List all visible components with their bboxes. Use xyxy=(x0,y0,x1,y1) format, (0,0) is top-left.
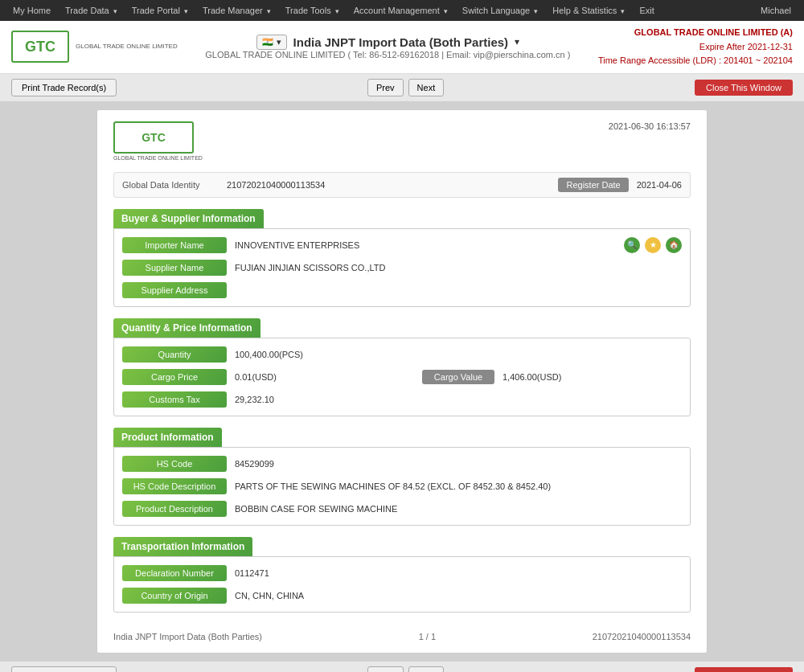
bottom-print-button[interactable]: Print Trade Record(s) xyxy=(11,666,117,672)
global-data-identity-label: Global Data Identity xyxy=(122,180,219,190)
record-footer-left: India JNPT Import Data (Both Parties) xyxy=(113,632,262,641)
hs-code-value: 84529099 xyxy=(235,459,682,469)
nav-account-management[interactable]: Account Management ▾ xyxy=(347,2,454,18)
hs-code-desc-label: HS Code Description xyxy=(122,478,227,494)
expire-label: Expire After 2021-12-31 xyxy=(598,40,793,55)
page-title: India JNPT Import Data (Both Parties) xyxy=(293,35,509,49)
country-of-origin-value: CN, CHN, CHINA xyxy=(235,591,682,600)
global-data-identity-value: 21072021040000113534 xyxy=(227,180,550,190)
nav-my-home[interactable]: My Home xyxy=(6,2,57,18)
product-desc-label: Product Description xyxy=(122,501,227,517)
print-button[interactable]: Print Trade Record(s) xyxy=(11,79,117,96)
cargo-price-value: 0.01(USD) xyxy=(235,372,414,382)
bottom-toolbar-right: Close This Window xyxy=(695,667,793,672)
logo-subtext: GLOBAL TRADE ONLINE LIMITED xyxy=(76,43,178,51)
register-date-value: 2021-04-06 xyxy=(637,180,682,190)
transportation-section: Transportation Information Declaration N… xyxy=(113,537,691,613)
importer-name-label: Importer Name xyxy=(122,237,227,253)
close-window-button[interactable]: Close This Window xyxy=(695,80,793,96)
next-button[interactable]: Next xyxy=(408,79,445,96)
buyer-supplier-body: Importer Name INNOVENTIVE ENTERPRISES 🔍 … xyxy=(113,228,691,307)
search-icon[interactable]: 🔍 xyxy=(624,237,640,253)
company-name: GLOBAL TRADE ONLINE LIMITED (A) xyxy=(598,26,793,40)
nav-items: My Home Trade Data ▾ Trade Portal ▾ Trad… xyxy=(6,2,661,18)
buyer-supplier-header: Buyer & Supplier Information xyxy=(113,209,264,228)
hs-code-label: HS Code xyxy=(122,456,227,472)
chevron-down-icon: ▾ xyxy=(277,37,281,47)
hs-code-desc-row: HS Code Description PARTS OF THE SEWING … xyxy=(122,478,682,494)
supplier-address-row: Supplier Address xyxy=(122,282,682,298)
bottom-next-button[interactable]: Next xyxy=(408,666,445,672)
record-header: GTC GLOBAL TRADE ONLINE LIMITED 2021-06-… xyxy=(113,121,691,161)
header-center: 🇮🇳 ▾ India JNPT Import Data (Both Partie… xyxy=(205,35,570,59)
nav-exit[interactable]: Exit xyxy=(633,2,660,18)
buyer-supplier-section: Buyer & Supplier Information Importer Na… xyxy=(113,209,691,307)
nav-trade-data[interactable]: Trade Data ▾ xyxy=(59,2,124,18)
record-card: GTC GLOBAL TRADE ONLINE LIMITED 2021-06-… xyxy=(96,109,708,654)
register-date-button[interactable]: Register Date xyxy=(558,178,628,192)
quantity-row: Quantity 100,400.00(PCS) xyxy=(122,346,682,363)
cargo-price-row: Cargo Price 0.01(USD) Cargo Value 1,406.… xyxy=(122,369,682,385)
quantity-price-body: Quantity 100,400.00(PCS) Cargo Price 0.0… xyxy=(113,338,691,416)
record-logo-subtext: GLOBAL TRADE ONLINE LIMITED xyxy=(113,155,203,161)
record-footer-id: 21072021040000113534 xyxy=(593,632,691,641)
importer-icons: 🔍 ★ 🏠 xyxy=(624,237,682,253)
quantity-price-section: Quantity & Price Information Quantity 10… xyxy=(113,318,691,416)
transportation-body: Declaration Number 0112471 Country of Or… xyxy=(113,556,691,613)
record-logo: GTC xyxy=(113,121,194,154)
nav-trade-portal[interactable]: Trade Portal ▾ xyxy=(125,2,195,18)
quantity-value: 100,400.00(PCS) xyxy=(235,350,682,359)
toolbar-right: Close This Window xyxy=(695,80,793,96)
record-pagination: 1 / 1 xyxy=(419,632,436,641)
top-toolbar: Print Trade Record(s) Prev Next Close Th… xyxy=(0,74,804,101)
nav-trade-manager[interactable]: Trade Manager ▾ xyxy=(196,2,277,18)
cargo-value-value: 1,406.00(USD) xyxy=(503,372,682,382)
quantity-label: Quantity xyxy=(122,346,227,363)
quantity-price-header: Quantity & Price Information xyxy=(113,318,260,338)
title-dropdown-icon[interactable]: ▾ xyxy=(515,36,519,47)
customs-tax-label: Customs Tax xyxy=(122,391,227,408)
header-bar: GTC GLOBAL TRADE ONLINE LIMITED 🇮🇳 ▾ Ind… xyxy=(0,21,804,74)
product-body: HS Code 84529099 HS Code Description PAR… xyxy=(113,447,691,526)
product-desc-row: Product Description BOBBIN CASE FOR SEWI… xyxy=(122,501,682,517)
home-icon[interactable]: 🏠 xyxy=(666,237,682,253)
supplier-name-row: Supplier Name FUJIAN JINJIAN SCISSORS CO… xyxy=(122,260,682,276)
flag-badge[interactable]: 🇮🇳 ▾ xyxy=(256,35,287,50)
importer-name-row: Importer Name INNOVENTIVE ENTERPRISES 🔍 … xyxy=(122,237,682,253)
bottom-toolbar-nav: Prev Next xyxy=(367,666,444,672)
bottom-toolbar-left: Print Trade Record(s) xyxy=(11,666,117,672)
country-of-origin-label: Country of Origin xyxy=(122,588,227,604)
nav-switch-language[interactable]: Switch Language ▾ xyxy=(456,2,544,18)
product-header: Product Information xyxy=(113,428,222,447)
nav-trade-tools[interactable]: Trade Tools ▾ xyxy=(279,2,346,18)
product-section: Product Information HS Code 84529099 HS … xyxy=(113,428,691,526)
nav-help-statistics[interactable]: Help & Statistics ▾ xyxy=(546,2,631,18)
identity-row: Global Data Identity 2107202104000011353… xyxy=(113,172,691,198)
transportation-header: Transportation Information xyxy=(113,537,252,556)
logo: GTC xyxy=(11,31,69,63)
supplier-name-label: Supplier Name xyxy=(122,260,227,276)
declaration-number-value: 0112471 xyxy=(235,568,682,578)
header-right: GLOBAL TRADE ONLINE LIMITED (A) Expire A… xyxy=(598,26,793,68)
prev-button[interactable]: Prev xyxy=(367,79,404,96)
toolbar-nav: Prev Next xyxy=(367,79,444,96)
hs-code-row: HS Code 84529099 xyxy=(122,456,682,472)
main-content: GTC GLOBAL TRADE ONLINE LIMITED 2021-06-… xyxy=(0,101,804,662)
logo-area: GTC GLOBAL TRADE ONLINE LIMITED xyxy=(11,31,178,63)
bottom-close-window-button[interactable]: Close This Window xyxy=(695,667,793,672)
star-icon[interactable]: ★ xyxy=(645,237,661,253)
nav-user: Michael xyxy=(754,2,798,18)
header-subtitle: GLOBAL TRADE ONLINE LIMITED ( Tel: 86-51… xyxy=(205,50,570,59)
bottom-toolbar: Print Trade Record(s) Prev Next Close Th… xyxy=(0,662,804,672)
top-navigation: My Home Trade Data ▾ Trade Portal ▾ Trad… xyxy=(0,0,804,21)
cargo-value-button[interactable]: Cargo Value xyxy=(422,370,494,384)
time-range: Time Range Accessible (LDR) : 201401 ~ 2… xyxy=(598,54,793,68)
declaration-number-row: Declaration Number 0112471 xyxy=(122,565,682,581)
country-of-origin-row: Country of Origin CN, CHN, CHINA xyxy=(122,588,682,604)
cargo-price-label: Cargo Price xyxy=(122,369,227,385)
supplier-address-label: Supplier Address xyxy=(122,282,227,298)
record-footer: India JNPT Import Data (Both Parties) 1 … xyxy=(113,624,691,641)
supplier-name-value: FUJIAN JINJIAN SCISSORS CO.,LTD xyxy=(235,263,682,272)
bottom-prev-button[interactable]: Prev xyxy=(367,666,404,672)
customs-tax-row: Customs Tax 29,232.10 xyxy=(122,391,682,408)
